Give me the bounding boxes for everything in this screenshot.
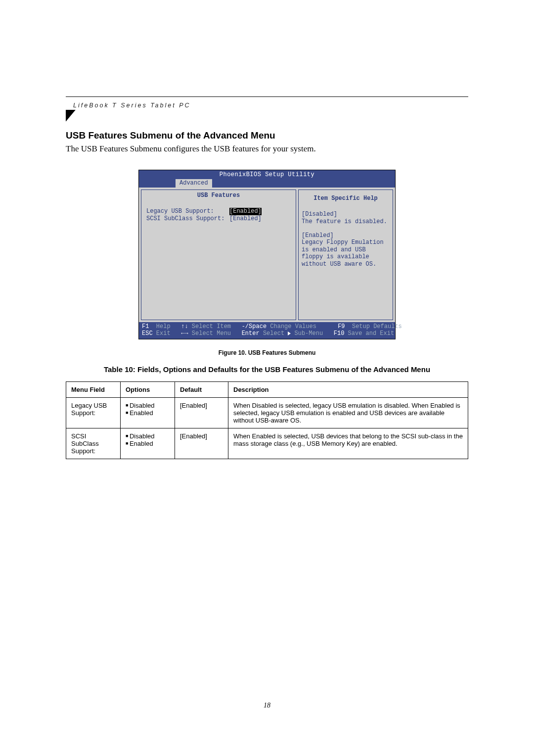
bios-setting-label: SCSI SubClass Support: [146, 215, 229, 222]
bios-key-minus-space[interactable]: -/Space [242, 323, 270, 330]
bios-help-disabled-label: [Disabled] [302, 211, 390, 218]
bios-setting-value[interactable]: [Enabled] [229, 215, 262, 222]
header-rule [66, 96, 468, 97]
bios-key-f9[interactable]: F9 [338, 323, 352, 330]
bios-key-f10[interactable]: F10 [334, 330, 348, 337]
table-cell-description: When Enabled is selected, USB devices th… [228, 428, 468, 459]
table-caption: Table 10: Fields, Options and Defaults f… [66, 365, 468, 374]
section-intro: The USB Features Submenu configures the … [66, 144, 468, 154]
table-cell-options: Disabled Enabled [121, 397, 175, 428]
bios-footer: F1 Help ↑↓ Select Item -/Space Change Va… [139, 322, 395, 339]
section-title: USB Features Submenu of the Advanced Men… [66, 130, 468, 141]
bios-setting-value-selected[interactable]: [Enabled] [229, 208, 262, 215]
table-cell-default: [Enabled] [175, 397, 228, 428]
bios-help-enabled-label: [Enabled] [302, 232, 390, 239]
content: USB Features Submenu of the Advanced Men… [66, 130, 468, 459]
bios-key-f1[interactable]: F1 [142, 323, 156, 330]
bios-help-panel-title: Item Specific Help [302, 195, 390, 202]
bios-help-panel: Item Specific Help [Disabled] The featur… [298, 189, 393, 320]
header-triangle-icon [66, 110, 76, 122]
bios-key-enter[interactable]: Enter [242, 330, 263, 337]
option-item: Disabled [126, 432, 170, 440]
figure-caption: Figure 10. USB Features Submenu [66, 349, 468, 356]
page-number: 18 [0, 702, 534, 709]
table-header: Options [121, 381, 175, 397]
option-item: Enabled [126, 409, 170, 417]
bios-setting-label: Legacy USB Support: [146, 208, 229, 215]
bios-key-esc[interactable]: ESC [142, 330, 156, 337]
running-head: LifeBook T Series Tablet PC [73, 102, 191, 109]
table-cell-field: SCSI SubClass Support: [66, 428, 121, 459]
bios-left-panel: USB Features Legacy USB Support: [Enable… [141, 189, 296, 320]
bios-tab-advanced[interactable]: Advanced [176, 179, 212, 187]
table-header: Description [228, 381, 468, 397]
option-item: Disabled [126, 402, 170, 409]
bios-help-enabled-text: Legacy Floppy Emulation is enabled and U… [302, 239, 390, 268]
table-cell-field: Legacy USB Support: [66, 397, 121, 428]
bios-tab-bar: Advanced [139, 179, 395, 187]
table-cell-default: [Enabled] [175, 428, 228, 459]
bios-utility-title: PhoenixBIOS Setup Utility [139, 170, 395, 179]
table-header-row: Menu Field Options Default Description [66, 381, 468, 397]
table-header: Default [175, 381, 228, 397]
table-row: SCSI SubClass Support: Disabled Enabled … [66, 428, 468, 459]
table-row: Legacy USB Support: Disabled Enabled [En… [66, 397, 468, 428]
option-item: Enabled [126, 440, 170, 447]
options-table: Menu Field Options Default Description L… [66, 381, 468, 459]
table-header: Menu Field [66, 381, 121, 397]
bios-help-disabled-text: The feature is disabled. [302, 218, 390, 225]
arrow-left-right-icon[interactable]: ←→ [181, 330, 192, 337]
bios-screenshot: PhoenixBIOS Setup Utility Advanced USB F… [138, 170, 396, 339]
bios-setting-row[interactable]: Legacy USB Support: [Enabled] [141, 208, 296, 215]
bios-left-panel-title: USB Features [141, 192, 296, 199]
arrow-up-down-icon[interactable]: ↑↓ [181, 323, 192, 330]
page: LifeBook T Series Tablet PC USB Features… [0, 0, 534, 756]
bios-setting-row[interactable]: SCSI SubClass Support: [Enabled] [141, 215, 296, 222]
table-cell-description: When Disabled is selected, legacy USB em… [228, 397, 468, 428]
table-cell-options: Disabled Enabled [121, 428, 175, 459]
